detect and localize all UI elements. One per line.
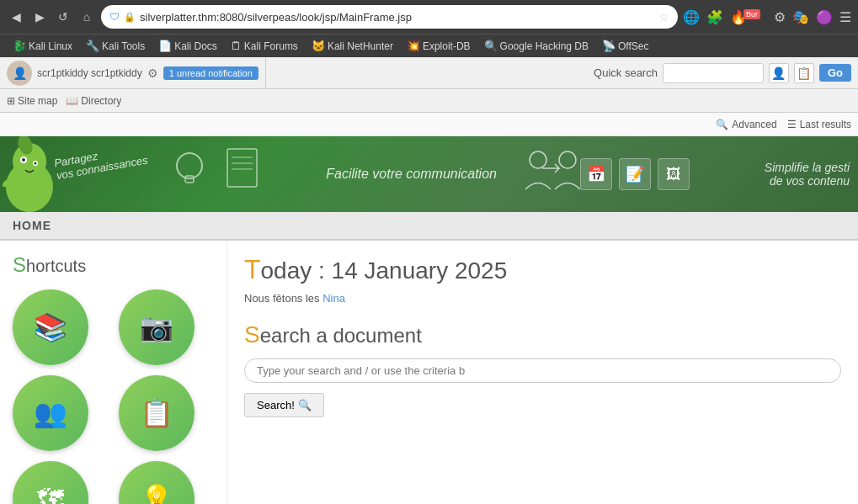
quick-search-label: Quick search xyxy=(594,66,658,79)
last-results-link[interactable]: ☰ Last results xyxy=(787,119,851,130)
svg-point-14 xyxy=(530,151,546,168)
search-button[interactable]: Search! 🔍 xyxy=(244,393,324,417)
breadcrumb-home[interactable]: HOME xyxy=(13,219,51,232)
search-document-input[interactable] xyxy=(257,364,829,377)
shortcut-3[interactable]: 👥 xyxy=(13,375,88,451)
shortcut-2[interactable]: 📷 xyxy=(119,289,195,365)
banner: Partagez vos connaissances Facilite votr… xyxy=(0,136,858,212)
bookmark-kali-docs[interactable]: 📄 Kali Docs xyxy=(152,38,223,54)
banner-decoration-left xyxy=(168,145,269,207)
address-bar[interactable]: 🛡 🔒 silverplatter.thm:8080/silverpeas/lo… xyxy=(101,5,678,29)
google-hacking-icon: 🔍 xyxy=(484,40,498,52)
site-map-icon: ⊞ xyxy=(7,95,15,107)
purple-icon[interactable]: 🟣 xyxy=(816,9,833,25)
user-settings-button[interactable]: ⚙ xyxy=(147,66,158,80)
lock-icon: 🔒 xyxy=(124,12,136,23)
right-panel: Today : 14 January 2025 Nous fêtons les … xyxy=(227,241,858,504)
site-map-link[interactable]: ⊞ Site map xyxy=(7,95,57,107)
bookmark-exploit-db-label: Exploit-DB xyxy=(423,40,471,52)
bookmark-kali-nethunter[interactable]: 🐱 Kali NetHunter xyxy=(306,38,399,54)
home-button[interactable]: ⌂ xyxy=(77,8,96,26)
bookmark-kali-tools-label: Kali Tools xyxy=(102,40,145,52)
back-button[interactable]: ◀ xyxy=(7,8,25,26)
kali-linux-icon: 🐉 xyxy=(13,40,26,52)
notification-badge[interactable]: 1 unread notification xyxy=(163,66,258,80)
browser-chrome: ◀ ▶ ↺ ⌂ 🛡 🔒 silverplatter.thm:8080/silve… xyxy=(0,0,858,34)
breadcrumb-bar: HOME xyxy=(0,212,858,241)
bookmark-kali-forums[interactable]: 🗒 Kali Forums xyxy=(225,38,304,54)
advanced-search-label: Advanced xyxy=(732,119,776,130)
kali-nethunter-icon: 🐱 xyxy=(312,40,325,52)
quick-search-input[interactable] xyxy=(663,63,764,83)
svg-point-5 xyxy=(35,162,37,165)
directory-label: Directory xyxy=(81,95,121,107)
banner-text-share: Partagez vos connaissances xyxy=(53,141,148,183)
shortcut-5-icon: 🗺 xyxy=(37,484,64,505)
menu-icon[interactable]: ☰ xyxy=(839,9,851,25)
search-doc-title: Search a document xyxy=(244,321,841,348)
shortcut-1-icon: 📚 xyxy=(34,311,67,343)
browser-toolbar: 🌐 🧩 🔥 Bur ⚙ 🎭 🟣 ☰ xyxy=(683,9,851,25)
bookmark-star-icon[interactable]: ☆ xyxy=(658,10,669,24)
forward-button[interactable]: ▶ xyxy=(30,8,49,26)
shortcuts-title-rest: hortcuts xyxy=(26,257,86,275)
edit-icon-box[interactable]: 📝 xyxy=(619,158,651,190)
directory-icon: 📖 xyxy=(66,95,78,107)
kali-tools-icon: 🔧 xyxy=(86,40,99,52)
mask-icon[interactable]: 🎭 xyxy=(792,9,809,25)
svg-point-8 xyxy=(177,153,202,178)
username-label: scr1ptkiddy scr1ptkiddy xyxy=(37,67,142,79)
search-doc-section: Search a document Search! 🔍 xyxy=(244,321,841,417)
shortcut-4[interactable]: 📋 xyxy=(119,375,195,451)
bookmark-kali-linux[interactable]: 🐉 Kali Linux xyxy=(7,38,78,54)
refresh-button[interactable]: ↺ xyxy=(54,8,72,26)
shortcuts-title-s: S xyxy=(13,253,26,276)
banner-center-text: Facilite votre communication xyxy=(326,167,497,182)
shortcuts-title: Shortcuts xyxy=(13,253,214,277)
pocket-icon[interactable]: 🌐 xyxy=(683,9,700,25)
search-input-wrapper[interactable] xyxy=(244,358,841,383)
go-button[interactable]: Go xyxy=(819,64,851,82)
shortcuts-grid: 📚 📷 👥 📋 🗺 💡 xyxy=(13,289,214,504)
search-button-icon: 🔍 xyxy=(298,399,312,411)
shortcuts-panel: Shortcuts 📚 📷 👥 📋 🗺 💡 xyxy=(0,241,227,504)
exploit-db-icon: 💥 xyxy=(407,40,420,52)
bookmark-offsec[interactable]: 📡 OffSec xyxy=(596,38,654,54)
shortcut-3-icon: 👥 xyxy=(34,397,67,429)
directory-link[interactable]: 📖 Directory xyxy=(66,95,121,107)
user-section: 👤 scr1ptkiddy scr1ptkiddy ⚙ 1 unread not… xyxy=(0,57,266,88)
banner-right-icons: 📅 📝 🖼 xyxy=(580,158,690,190)
app-nav: ⊞ Site map 📖 Directory xyxy=(0,89,858,113)
image-icon-box[interactable]: 🖼 xyxy=(658,158,690,190)
shortcut-1[interactable]: 📚 xyxy=(13,289,88,365)
feton-name[interactable]: Nina xyxy=(322,292,345,305)
shortcut-5[interactable]: 🗺 xyxy=(13,461,88,504)
app-header: 👤 scr1ptkiddy scr1ptkiddy ⚙ 1 unread not… xyxy=(0,57,858,89)
search-button-label: Search! xyxy=(257,399,295,411)
bookmark-offsec-label: OffSec xyxy=(618,40,648,52)
shortcut-6[interactable]: 💡 xyxy=(119,461,195,504)
clipboard-button[interactable]: 📋 xyxy=(794,63,814,83)
bookmark-kali-tools[interactable]: 🔧 Kali Tools xyxy=(80,38,151,54)
svg-point-15 xyxy=(559,151,576,168)
calendar-icon-box[interactable]: 📅 xyxy=(580,158,612,190)
search-btn-row: Search! 🔍 xyxy=(244,393,841,417)
edit-icon: 📝 xyxy=(626,165,644,183)
shortcut-6-icon: 💡 xyxy=(140,483,173,504)
settings-icon[interactable]: ⚙ xyxy=(774,9,786,25)
mascot xyxy=(0,136,59,212)
quick-search-section: Quick search 👤 📋 Go xyxy=(266,63,858,83)
user-icon-button[interactable]: 👤 xyxy=(769,63,789,83)
bookmark-exploit-db[interactable]: 💥 Exploit-DB xyxy=(401,38,477,54)
advanced-search-link[interactable]: 🔍 Advanced xyxy=(716,119,776,130)
shortcut-2-icon: 📷 xyxy=(140,311,173,343)
bookmarks-bar: 🐉 Kali Linux 🔧 Kali Tools 📄 Kali Docs 🗒 … xyxy=(0,34,858,57)
bookmark-google-hacking[interactable]: 🔍 Google Hacking DB xyxy=(478,38,594,54)
main-content: Shortcuts 📚 📷 👥 📋 🗺 💡 xyxy=(0,241,858,504)
shortcut-4-icon: 📋 xyxy=(140,397,173,429)
feton-prefix: Nous fêtons les xyxy=(244,292,322,305)
search-doc-title-rest: earch a document xyxy=(260,324,422,347)
extensions-icon[interactable]: 🧩 xyxy=(706,9,723,25)
search-doc-title-s: S xyxy=(244,321,260,347)
today-title-rest: oday : 14 January 2025 xyxy=(261,257,508,284)
